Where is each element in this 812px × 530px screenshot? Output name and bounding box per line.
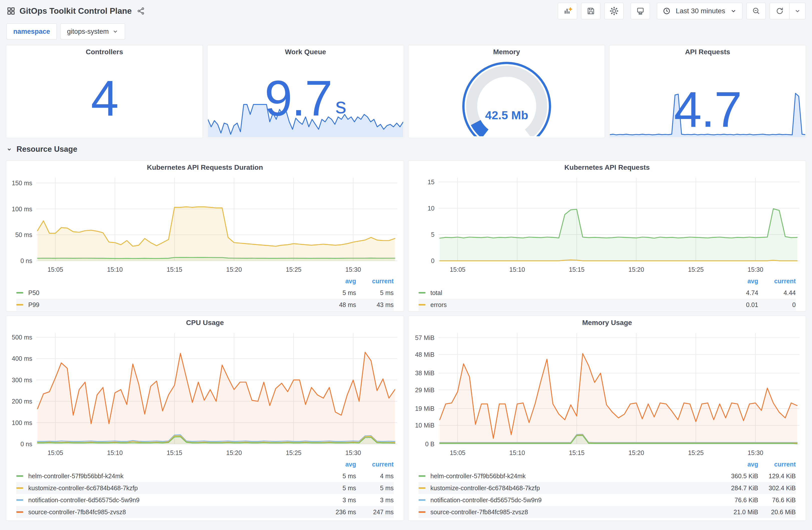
legend-header-current[interactable]: current [356,278,394,285]
legend-series-name[interactable]: notification-controller-6d56575dc-5w9n9 [28,497,314,504]
panel-title[interactable]: CPU Usage [6,316,404,329]
svg-text:10 MiB: 10 MiB [415,422,435,429]
panel-title[interactable]: Controllers [6,45,203,59]
svg-text:0 B: 0 B [425,441,435,447]
svg-text:38 MiB: 38 MiB [415,369,435,377]
legend-swatch-icon [419,475,425,477]
svg-text:57 MiB: 57 MiB [415,334,435,341]
legend-avg-value: 48 ms [314,301,356,309]
share-icon[interactable] [137,7,145,15]
refresh-interval-dropdown[interactable] [789,3,805,19]
svg-text:300 ms: 300 ms [12,377,32,383]
svg-text:15:05: 15:05 [47,266,63,273]
api-requests-graph[interactable]: 05101515:0515:1015:1515:2015:2515:30 [408,174,806,275]
svg-text:10: 10 [427,205,435,212]
add-panel-button[interactable] [558,3,577,19]
svg-text:15:10: 15:10 [509,449,525,456]
legend-series-name[interactable]: kustomize-controller-6c6784b468-7kzfp [431,485,716,492]
svg-text:0 ns: 0 ns [20,441,32,447]
legend-row: notification-controller-6d56575dc-5w9n97… [419,494,796,506]
panel-title[interactable]: Memory [408,45,605,59]
svg-text:15:10: 15:10 [509,266,525,273]
svg-text:15: 15 [427,178,435,186]
api-duration-graph[interactable]: 0 ns50 ms100 ms150 ms15:0515:1015:1515:2… [6,174,404,275]
svg-text:42.5 Mb: 42.5 Mb [485,108,528,122]
legend-header-avg[interactable]: avg [314,278,356,285]
legend: avgcurrenttotal4.744.44errors0.010 [408,275,806,311]
legend-current-value: 247 ms [356,509,394,516]
svg-text:15:15: 15:15 [166,449,183,456]
legend-current-value: 4 ms [356,472,394,480]
legend-row: helm-controller-57f9b56bbf-k24mk5 ms4 ms [16,470,394,482]
legend-swatch-icon [16,499,23,501]
api-requests-sparkline[interactable] [610,90,805,137]
legend-series-name[interactable]: notification-controller-6d56575dc-5w9n9 [431,497,716,504]
legend-header-avg[interactable]: avg [716,461,758,468]
legend-row: errors0.010 [419,299,796,311]
stat-row: Controllers 4 Work Queue 9.7 s Memory 42… [6,45,806,138]
svg-text:48 MiB: 48 MiB [415,351,435,358]
controllers-stat: 4 [6,59,203,138]
legend-swatch-icon [419,304,425,306]
legend-header-current[interactable]: current [356,461,394,468]
refresh-button[interactable] [770,3,789,19]
legend-series-name[interactable]: source-controller-7fb84fc985-zvsz8 [431,509,716,516]
legend-avg-value: 5 ms [314,472,356,480]
panel-title[interactable]: Kubernetes API Requests Duration [6,161,404,174]
legend-swatch-icon [419,487,425,489]
dashboard-settings-button[interactable] [604,3,624,19]
legend-current-value: 5 ms [356,485,394,492]
cycle-view-mode-button[interactable] [630,3,650,19]
legend: avgcurrentP505 ms5 msP9948 ms43 ms [6,275,404,311]
panel-title[interactable]: Kubernetes API Requests [408,161,806,174]
panel-api-duration: Kubernetes API Requests Duration 0 ns50 … [6,161,404,311]
legend-current-value: 43 ms [356,301,394,309]
svg-text:15:30: 15:30 [748,266,763,273]
legend-header-current[interactable]: current [758,461,796,468]
legend-current-value: 20.6 MiB [758,509,796,516]
zoom-out-button[interactable] [746,3,766,19]
memory-usage-graph[interactable]: 0 B10 MiB19 MiB29 MiB38 MiB48 MiB57 MiB1… [408,329,806,458]
legend-row: kustomize-controller-6c6784b468-7kzfp5 m… [16,482,394,494]
legend-row: kustomize-controller-6c6784b468-7kzfp284… [419,482,796,494]
legend-series-name[interactable]: helm-controller-57f9b56bbf-k24mk [431,472,716,480]
chevron-down-icon [730,8,737,14]
legend-avg-value: 5 ms [314,289,356,296]
legend-series-name[interactable]: kustomize-controller-6c6784b468-7kzfp [28,485,314,492]
svg-text:200 ms: 200 ms [12,398,32,405]
panel-title[interactable]: Memory Usage [408,316,806,329]
panel-title[interactable]: Work Queue [207,45,404,59]
panel-memory: Memory 42.5 Mb [408,45,605,138]
svg-text:15:25: 15:25 [286,449,302,456]
legend-series-name[interactable]: P99 [28,301,314,309]
time-range-picker[interactable]: Last 30 minutes [657,3,742,19]
cpu-usage-graph[interactable]: 0 ns100 ms200 ms300 ms400 ms500 ms15:051… [6,329,404,458]
legend-avg-value: 0.01 [716,301,758,309]
legend-series-name[interactable]: total [431,289,716,296]
legend-header: avgcurrent [16,458,394,470]
page-title: GitOps Toolkit Control Plane [19,6,132,16]
svg-text:400 ms: 400 ms [12,355,32,362]
legend-header-avg[interactable]: avg [716,278,758,285]
legend-series-name[interactable]: source-controller-7fb84fc985-zvsz8 [28,509,314,516]
legend-series-name[interactable]: helm-controller-57f9b56bbf-k24mk [28,472,314,480]
panel-title[interactable]: API Requests [609,45,806,59]
work-queue-sparkline[interactable] [208,96,403,137]
legend-header-current[interactable]: current [758,278,796,285]
legend-avg-value: 236 ms [314,509,356,516]
legend-avg-value: 360.5 KiB [716,472,758,480]
svg-text:15:20: 15:20 [628,449,644,456]
namespace-variable-select[interactable]: gitops-system [60,24,125,40]
legend-series-name[interactable]: P50 [28,289,314,296]
legend-series-name[interactable]: errors [431,301,716,309]
legend-swatch-icon [419,292,425,294]
memory-gauge[interactable]: 42.5 Mb [408,59,605,136]
section-resource-usage[interactable]: Resource Usage [6,138,806,161]
legend: avgcurrenthelm-controller-57f9b56bbf-k24… [408,458,806,518]
save-dashboard-button[interactable] [581,3,600,19]
svg-text:0 ns: 0 ns [20,257,32,264]
variables-row: namespace gitops-system [0,22,812,45]
legend-header-avg[interactable]: avg [314,461,356,468]
legend-row: P9948 ms43 ms [16,299,394,311]
graph-row-2: CPU Usage 0 ns100 ms200 ms300 ms400 ms50… [6,316,806,521]
